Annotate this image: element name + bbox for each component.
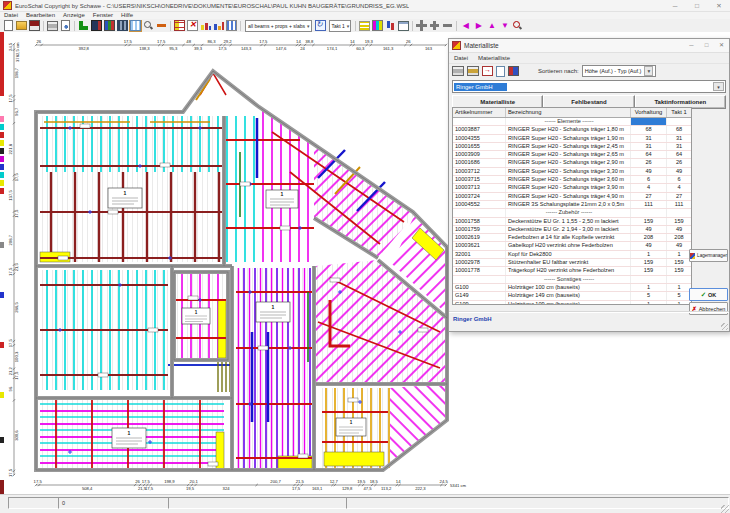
refresh-button[interactable] (314, 20, 327, 32)
page-icon[interactable] (496, 66, 505, 77)
statistics-button[interactable] (199, 20, 212, 32)
cell: 26 (667, 159, 691, 166)
resize-grip[interactable] (721, 505, 729, 513)
table-row[interactable]: 10003713RINGER Super H20 - Schalungs trä… (453, 184, 691, 192)
beam-tool-button[interactable] (116, 20, 129, 32)
statistics2-button[interactable] (212, 20, 225, 32)
dialog-icon (452, 41, 461, 50)
print-icon[interactable] (452, 66, 464, 76)
section-row[interactable]: ------ Zubehör ------ (453, 209, 691, 217)
cell: 49 (631, 168, 667, 175)
section-row[interactable]: ------ Sonstiges ------ (453, 276, 691, 284)
table-row[interactable]: G149Holzträger 149 cm (bauseits)55 (453, 292, 691, 300)
export-icon[interactable] (482, 66, 493, 76)
pin-button[interactable] (384, 20, 397, 32)
layers-button[interactable] (358, 20, 371, 32)
formwork-zones (40, 108, 447, 470)
svg-text:137,5: 137,5 (9, 190, 14, 201)
dialog-maximize-button[interactable]: □ (699, 39, 714, 52)
delete-list-button[interactable] (186, 20, 199, 32)
toolbar-separator (43, 21, 44, 31)
table-row[interactable]: G109Holzträger 109 cm (bauseits)11 (453, 301, 691, 305)
pan-right-button[interactable]: ▶ (472, 20, 485, 32)
cell: RINGER Super H20 - Schalungs träger 1,80… (506, 126, 631, 133)
menu-item-hilfe[interactable]: Hilfe (117, 12, 137, 19)
table-row[interactable]: 10001686RINGER Super H20 - Schalungs trä… (453, 159, 691, 167)
column-header[interactable]: Vorhaltung (631, 108, 667, 117)
menu-item-fenster[interactable]: Fenster (89, 12, 117, 19)
formwork-tool-button[interactable] (103, 20, 116, 32)
ok-button[interactable]: ✓ OK (689, 288, 728, 301)
cancel-button[interactable]: ✗ Abbrechen (689, 302, 728, 315)
table-row[interactable]: 10003715RINGER Super H20 - Schalungs trä… (453, 176, 691, 184)
wall-tool-button[interactable] (77, 20, 90, 32)
table-row[interactable]: 10003724RINGER Super H20 - Schalungs trä… (453, 193, 691, 201)
palette-button[interactable] (371, 20, 384, 32)
column-header[interactable]: Bezeichnung (506, 108, 631, 117)
table-row[interactable]: 10002978Stützenhalter EU faltbar verzink… (453, 259, 691, 267)
dialog-minimize-button[interactable]: ─ (684, 39, 699, 52)
dialog-close-button[interactable]: ✕ (714, 39, 729, 52)
measure-button[interactable] (155, 20, 168, 32)
pan-up-button[interactable]: ▲ (485, 20, 498, 32)
dialog-menu-item-materialliste[interactable]: Materialliste (473, 53, 515, 63)
statistics-icon (201, 21, 211, 30)
toolbar-separator (74, 21, 75, 31)
table-row[interactable]: 10001759Deckenstütze EU Gr. 2 1,94 - 3,0… (453, 226, 691, 234)
dialog-titlebar[interactable]: Materialliste ─ □ ✕ (449, 39, 729, 53)
table-row[interactable]: 32001Kopf für Dek280011 (453, 251, 691, 259)
material-table[interactable]: ArtikelnummerBezeichnungVorhaltungTakt 1… (452, 107, 692, 305)
pan-left-button[interactable]: ◀ (459, 20, 472, 32)
sort-select[interactable]: Höhe (Auf.) - Typ (Auf.) ▾ (582, 65, 657, 77)
zoom-out-button[interactable] (441, 20, 454, 32)
table-row[interactable]: 10003621Gabelkopf H20 verzinkt ohne Fede… (453, 242, 691, 250)
menu-item-datei[interactable]: Datei (0, 12, 22, 19)
section-row[interactable]: ------ Elemente ------ (453, 118, 691, 126)
material-list-button[interactable] (173, 20, 186, 32)
takt-select[interactable]: Takt 1▾ (329, 20, 352, 32)
new-file-button[interactable] (2, 20, 15, 32)
table-row[interactable]: 10004355RINGER Super H20 - Schalungs trä… (453, 135, 691, 143)
column-header[interactable]: Takt 1 (667, 108, 691, 117)
zoom-tool-button[interactable] (142, 20, 155, 32)
supplier-combobox[interactable]: Ringer GmbH ▾ (452, 80, 726, 93)
column-header[interactable]: Artikelnummer (453, 108, 506, 117)
plan-view-button[interactable] (129, 20, 142, 32)
open-file-button[interactable] (15, 20, 28, 32)
cell: 27 (667, 193, 691, 200)
table-row[interactable]: 10003909RINGER Super H20 - Schalungs trä… (453, 151, 691, 159)
svg-text:14: 14 (396, 479, 401, 484)
window-button[interactable] (397, 20, 410, 32)
save-button[interactable] (28, 20, 41, 32)
zoom-in-button[interactable] (428, 20, 441, 32)
dialog-resize-grip[interactable] (721, 323, 728, 330)
maximize-button[interactable]: □ (686, 0, 708, 11)
chevron-down-icon[interactable]: ▾ (713, 82, 724, 91)
print-preview-button[interactable] (59, 20, 72, 32)
table-row[interactable]: 10003887RINGER Super H20 - Schalungs trä… (453, 126, 691, 134)
menu-item-bearbeiten[interactable]: Bearbeiten (22, 12, 59, 19)
print-button[interactable] (46, 20, 59, 32)
lagermanager-button[interactable]: Lagermanager (689, 249, 728, 262)
slab-tool-button[interactable] (90, 20, 103, 32)
zoom-region-button[interactable] (511, 20, 524, 32)
pan-button[interactable] (415, 20, 428, 32)
columns-button[interactable] (225, 20, 238, 32)
table-row[interactable]: 10001758Deckenstütze EU Gr. 1 1,55 - 2,5… (453, 218, 691, 226)
display-filter-select[interactable]: all beams + props + slabs▾ (245, 20, 312, 32)
table-row[interactable]: 10004552RINGER 3S Schalungsplatte 21mm 2… (453, 201, 691, 209)
table-row[interactable]: 10001655RINGER Super H20 - Schalungs trä… (453, 143, 691, 151)
menu-item-anzeige[interactable]: Anzeige (59, 12, 89, 19)
pan-down-button[interactable]: ▼ (498, 20, 511, 32)
zoom-out-icon (443, 24, 452, 27)
minimize-button[interactable]: ─ (664, 0, 686, 11)
table-row[interactable]: G100Holzträger 100 cm (bauseits)11 (453, 284, 691, 292)
table-row[interactable]: 10001778Trägerkopf H20 verzinkt ohne Fed… (453, 267, 691, 275)
table-row[interactable]: 10002619Federbolzen ø 14 für alle Kopfte… (453, 234, 691, 242)
filter-icon[interactable] (508, 66, 519, 76)
dialog-menu-item-datei[interactable]: Datei (449, 53, 473, 63)
print-color-icon[interactable] (467, 66, 479, 76)
table-row[interactable]: 10003712RINGER Super H20 - Schalungs trä… (453, 168, 691, 176)
cell: 10002619 (453, 234, 506, 241)
close-button[interactable]: ✕ (708, 0, 730, 11)
